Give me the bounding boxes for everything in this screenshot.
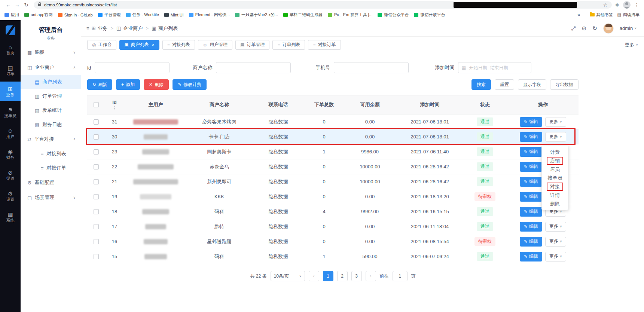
reading-list[interactable]: ▤阅读清单 (617, 12, 640, 18)
more-button[interactable]: 更多∨ (545, 237, 566, 247)
export-button[interactable]: 导出数据 (550, 79, 579, 90)
next-page-button[interactable]: › (366, 271, 376, 281)
goto-page-input[interactable] (393, 271, 408, 281)
rail-item-courier[interactable]: ⚑接单员 (0, 103, 21, 122)
dropdown-item-clerk[interactable]: 店员 (542, 165, 568, 174)
bookmark-item[interactable]: uni-app官网 (24, 12, 53, 18)
bookmark-apps[interactable]: 应用 (4, 12, 19, 18)
menu-item-link-list[interactable]: ≡对接列表 (21, 147, 81, 161)
bookmark-item[interactable]: Px、Em 换算工具 |... (328, 12, 372, 18)
row-checkbox[interactable] (94, 239, 99, 244)
modify-fee-button[interactable]: ✎修改计费 (173, 79, 207, 90)
bookmark-item[interactable]: Element - 网站快... (189, 12, 230, 18)
tab-order-manage[interactable]: ▤订单管理 (235, 40, 269, 50)
row-checkbox[interactable] (94, 224, 99, 229)
more-button[interactable]: 更多∨ (545, 117, 566, 127)
rail-item-orders[interactable]: ▤订单 (0, 61, 21, 80)
edit-button[interactable]: ✎编辑 (520, 132, 542, 142)
collapse-menu-icon[interactable]: ≡ (86, 25, 89, 31)
forward-icon[interactable]: → (13, 2, 22, 8)
page-button-2[interactable]: 2 (337, 271, 348, 281)
phone-filter-input[interactable] (334, 62, 409, 73)
bookmarks-overflow-icon[interactable]: » (577, 12, 580, 18)
row-checkbox[interactable] (94, 134, 99, 140)
bookmark-item[interactable]: 平台管理 (98, 12, 121, 18)
tab-link-orders[interactable]: ≡对接订单 (308, 40, 341, 50)
browser-profile-avatar[interactable] (623, 1, 631, 9)
tab-workbench[interactable]: ◎工作台 (87, 40, 116, 50)
select-all-checkbox[interactable] (94, 102, 99, 107)
row-checkbox[interactable] (94, 119, 99, 125)
name-filter-input[interactable] (216, 62, 291, 73)
menu-item-dispatch-stats[interactable]: ▧发单统计 (21, 103, 81, 117)
extension-icon[interactable]: ❖ (615, 2, 619, 8)
breadcrumb-business[interactable]: 业务 (98, 25, 108, 32)
add-button[interactable]: +添加 (116, 79, 140, 90)
menu-group-paotui[interactable]: ▩跑腿∨ (21, 45, 81, 60)
close-icon[interactable]: × (152, 42, 155, 48)
id-filter-input[interactable] (95, 62, 170, 73)
lock-screen-icon[interactable]: ⊘ (582, 25, 587, 32)
rail-item-users[interactable]: ☺用户 (0, 123, 21, 143)
refresh-button[interactable]: ↻刷新 (87, 79, 112, 90)
rail-item-business[interactable]: ⊞业务 (0, 82, 21, 101)
browser-menu-icon[interactable]: ⋮ (634, 2, 640, 8)
delete-button[interactable]: ✕删除 (144, 79, 169, 90)
row-checkbox[interactable] (94, 209, 99, 214)
rail-item-home[interactable]: ⌂首页 (0, 40, 21, 59)
dropdown-item-shop[interactable]: 店铺 (542, 156, 568, 165)
bookmark-item[interactable]: 一只基于Vue2.x的... (235, 12, 278, 18)
bookmark-star-icon[interactable]: ☆ (603, 2, 608, 8)
menu-item-merchant-list[interactable]: ▤商户列表 (21, 75, 81, 89)
bookmark-item[interactable]: 任务 - Worktile (126, 12, 159, 18)
edit-button[interactable]: ✎编辑 (520, 252, 542, 261)
edit-button[interactable]: ✎编辑 (520, 237, 542, 247)
bookmark-item[interactable]: Mint UI (164, 13, 184, 17)
menu-item-base-config[interactable]: ⚙基础配置 (21, 175, 81, 190)
row-checkbox[interactable] (94, 194, 99, 199)
other-bookmarks[interactable]: 其他书签 (590, 12, 613, 18)
avatar[interactable] (603, 23, 614, 34)
edit-button[interactable]: ✎编辑 (520, 177, 542, 187)
edit-button[interactable]: ✎编辑 (520, 222, 542, 232)
breadcrumb-enterprise[interactable]: 企业商户 (123, 25, 143, 32)
menu-item-order-manage[interactable]: ▥订单管理 (21, 89, 81, 103)
row-checkbox[interactable] (94, 164, 99, 169)
tab-order-list[interactable]: ≡订单列表 (272, 40, 305, 50)
menu-item-finance-log[interactable]: ▨财务日志 (21, 117, 81, 132)
date-range-picker[interactable]: ▦ 开始日期 结束日期 (458, 62, 531, 73)
tabs-more-button[interactable]: 更多∨ (625, 42, 638, 48)
rail-item-settings[interactable]: ⚙设置 (0, 186, 21, 206)
dropdown-item-delete[interactable]: 删除 (542, 199, 568, 208)
edit-button[interactable]: ✎编辑 (520, 207, 542, 217)
menu-item-link-orders[interactable]: ≡对接订单 (21, 161, 81, 175)
dropdown-item-detail[interactable]: 详情 (542, 191, 568, 199)
page-button-3[interactable]: 3 (351, 271, 362, 281)
show-fields-button[interactable]: 显示字段 (518, 79, 546, 90)
more-button-open[interactable]: 更多∨ (545, 132, 566, 142)
edit-button[interactable]: ✎编辑 (520, 192, 542, 202)
menu-group-enterprise[interactable]: ◫企业商户∧ (21, 60, 81, 75)
row-checkbox[interactable] (94, 254, 99, 259)
edit-button[interactable]: ✎编辑 (520, 147, 542, 157)
sort-icons[interactable]: ▲▼ (113, 105, 116, 110)
more-button[interactable]: 更多∨ (545, 252, 566, 261)
tab-user-manage[interactable]: ☺用户管理 (198, 40, 232, 50)
dropdown-item-courier[interactable]: 接单员 (542, 174, 568, 182)
bookmark-item[interactable]: 微信开放平台 (414, 12, 445, 18)
edit-button[interactable]: ✎编辑 (520, 117, 542, 127)
dropdown-item-link[interactable]: 对接 (542, 182, 568, 191)
row-checkbox[interactable] (94, 179, 99, 184)
menu-group-scene[interactable]: ▢场景管理∨ (21, 190, 81, 205)
reset-button[interactable]: 重置 (495, 79, 514, 90)
search-button[interactable]: 搜索 (471, 79, 491, 90)
rail-item-system[interactable]: ▦系统 (0, 207, 21, 227)
bookmark-item[interactable]: 草料二维码生成器 (283, 12, 323, 18)
page-size-select[interactable]: 10条/页∨ (271, 271, 305, 281)
fullscreen-icon[interactable]: ⤢ (571, 25, 576, 32)
dropdown-item-billing[interactable]: 计费 (542, 148, 568, 156)
tab-link-list[interactable]: ≡对接列表 (162, 40, 195, 50)
breadcrumb-merchant-list[interactable]: 商户列表 (158, 25, 178, 32)
tab-merchant-list[interactable]: ▣商户列表× (119, 40, 159, 50)
row-checkbox[interactable] (94, 149, 99, 155)
